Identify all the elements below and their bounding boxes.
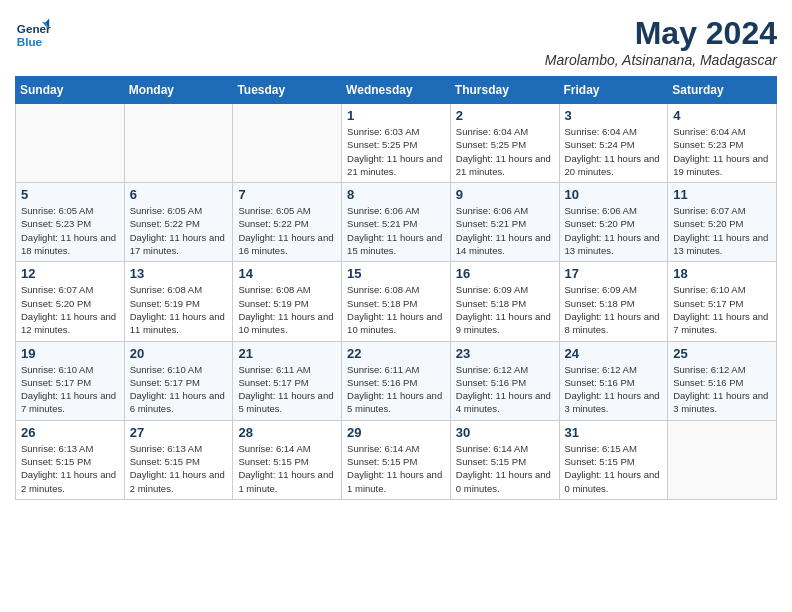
- day-info: Sunrise: 6:10 AM Sunset: 5:17 PM Dayligh…: [130, 363, 228, 416]
- sunset: Sunset: 5:20 PM: [21, 298, 91, 309]
- sunset: Sunset: 5:18 PM: [565, 298, 635, 309]
- sunset: Sunset: 5:15 PM: [21, 456, 91, 467]
- weekday-row: SundayMondayTuesdayWednesdayThursdayFrid…: [16, 77, 777, 104]
- day-number: 5: [21, 187, 119, 202]
- sunset: Sunset: 5:23 PM: [673, 139, 743, 150]
- weekday-header-wednesday: Wednesday: [342, 77, 451, 104]
- sunrise: Sunrise: 6:04 AM: [565, 126, 637, 137]
- weekday-header-saturday: Saturday: [668, 77, 777, 104]
- location: Marolambo, Atsinanana, Madagascar: [545, 52, 777, 68]
- calendar-week-3: 12 Sunrise: 6:07 AM Sunset: 5:20 PM Dayl…: [16, 262, 777, 341]
- calendar-week-4: 19 Sunrise: 6:10 AM Sunset: 5:17 PM Dayl…: [16, 341, 777, 420]
- sunset: Sunset: 5:16 PM: [565, 377, 635, 388]
- daylight: Daylight: 11 hours and 13 minutes.: [673, 232, 768, 256]
- day-number: 7: [238, 187, 336, 202]
- day-number: 31: [565, 425, 663, 440]
- sunrise: Sunrise: 6:11 AM: [238, 364, 310, 375]
- day-info: Sunrise: 6:04 AM Sunset: 5:25 PM Dayligh…: [456, 125, 554, 178]
- sunrise: Sunrise: 6:12 AM: [456, 364, 528, 375]
- weekday-header-tuesday: Tuesday: [233, 77, 342, 104]
- daylight: Daylight: 11 hours and 2 minutes.: [21, 469, 116, 493]
- calendar-cell: 17 Sunrise: 6:09 AM Sunset: 5:18 PM Dayl…: [559, 262, 668, 341]
- sunrise: Sunrise: 6:10 AM: [673, 284, 745, 295]
- daylight: Daylight: 11 hours and 7 minutes.: [673, 311, 768, 335]
- day-info: Sunrise: 6:12 AM Sunset: 5:16 PM Dayligh…: [673, 363, 771, 416]
- daylight: Daylight: 11 hours and 5 minutes.: [347, 390, 442, 414]
- sunset: Sunset: 5:17 PM: [238, 377, 308, 388]
- daylight: Daylight: 11 hours and 5 minutes.: [238, 390, 333, 414]
- daylight: Daylight: 11 hours and 17 minutes.: [130, 232, 225, 256]
- day-number: 14: [238, 266, 336, 281]
- weekday-header-monday: Monday: [124, 77, 233, 104]
- logo-icon: General Blue: [15, 15, 51, 51]
- calendar-cell: 6 Sunrise: 6:05 AM Sunset: 5:22 PM Dayli…: [124, 183, 233, 262]
- daylight: Daylight: 11 hours and 8 minutes.: [565, 311, 660, 335]
- day-info: Sunrise: 6:05 AM Sunset: 5:23 PM Dayligh…: [21, 204, 119, 257]
- day-info: Sunrise: 6:08 AM Sunset: 5:18 PM Dayligh…: [347, 283, 445, 336]
- day-number: 22: [347, 346, 445, 361]
- day-info: Sunrise: 6:10 AM Sunset: 5:17 PM Dayligh…: [673, 283, 771, 336]
- sunset: Sunset: 5:23 PM: [21, 218, 91, 229]
- calendar-cell: 3 Sunrise: 6:04 AM Sunset: 5:24 PM Dayli…: [559, 104, 668, 183]
- sunset: Sunset: 5:15 PM: [565, 456, 635, 467]
- calendar-cell: 15 Sunrise: 6:08 AM Sunset: 5:18 PM Dayl…: [342, 262, 451, 341]
- calendar-cell: 28 Sunrise: 6:14 AM Sunset: 5:15 PM Dayl…: [233, 420, 342, 499]
- day-number: 3: [565, 108, 663, 123]
- title-section: May 2024 Marolambo, Atsinanana, Madagasc…: [545, 15, 777, 68]
- day-number: 11: [673, 187, 771, 202]
- sunset: Sunset: 5:25 PM: [456, 139, 526, 150]
- day-number: 21: [238, 346, 336, 361]
- day-info: Sunrise: 6:12 AM Sunset: 5:16 PM Dayligh…: [456, 363, 554, 416]
- sunrise: Sunrise: 6:15 AM: [565, 443, 637, 454]
- calendar-cell: [668, 420, 777, 499]
- calendar-cell: 12 Sunrise: 6:07 AM Sunset: 5:20 PM Dayl…: [16, 262, 125, 341]
- daylight: Daylight: 11 hours and 3 minutes.: [565, 390, 660, 414]
- sunrise: Sunrise: 6:05 AM: [238, 205, 310, 216]
- sunrise: Sunrise: 6:07 AM: [21, 284, 93, 295]
- calendar-week-1: 1 Sunrise: 6:03 AM Sunset: 5:25 PM Dayli…: [16, 104, 777, 183]
- calendar-cell: 30 Sunrise: 6:14 AM Sunset: 5:15 PM Dayl…: [450, 420, 559, 499]
- day-info: Sunrise: 6:14 AM Sunset: 5:15 PM Dayligh…: [347, 442, 445, 495]
- daylight: Daylight: 11 hours and 2 minutes.: [130, 469, 225, 493]
- day-number: 17: [565, 266, 663, 281]
- calendar-cell: 26 Sunrise: 6:13 AM Sunset: 5:15 PM Dayl…: [16, 420, 125, 499]
- day-number: 6: [130, 187, 228, 202]
- sunset: Sunset: 5:21 PM: [347, 218, 417, 229]
- day-info: Sunrise: 6:05 AM Sunset: 5:22 PM Dayligh…: [238, 204, 336, 257]
- sunset: Sunset: 5:16 PM: [673, 377, 743, 388]
- sunrise: Sunrise: 6:04 AM: [673, 126, 745, 137]
- logo: General Blue: [15, 15, 51, 51]
- sunset: Sunset: 5:20 PM: [565, 218, 635, 229]
- sunrise: Sunrise: 6:07 AM: [673, 205, 745, 216]
- daylight: Daylight: 11 hours and 0 minutes.: [565, 469, 660, 493]
- daylight: Daylight: 11 hours and 4 minutes.: [456, 390, 551, 414]
- day-info: Sunrise: 6:06 AM Sunset: 5:20 PM Dayligh…: [565, 204, 663, 257]
- calendar-cell: [233, 104, 342, 183]
- calendar-cell: [16, 104, 125, 183]
- day-number: 4: [673, 108, 771, 123]
- sunset: Sunset: 5:19 PM: [130, 298, 200, 309]
- day-info: Sunrise: 6:09 AM Sunset: 5:18 PM Dayligh…: [565, 283, 663, 336]
- day-number: 8: [347, 187, 445, 202]
- day-number: 29: [347, 425, 445, 440]
- day-info: Sunrise: 6:12 AM Sunset: 5:16 PM Dayligh…: [565, 363, 663, 416]
- calendar-cell: [124, 104, 233, 183]
- svg-text:Blue: Blue: [17, 35, 43, 48]
- sunrise: Sunrise: 6:09 AM: [565, 284, 637, 295]
- sunrise: Sunrise: 6:14 AM: [347, 443, 419, 454]
- sunset: Sunset: 5:15 PM: [347, 456, 417, 467]
- sunrise: Sunrise: 6:08 AM: [347, 284, 419, 295]
- daylight: Daylight: 11 hours and 1 minute.: [347, 469, 442, 493]
- day-info: Sunrise: 6:09 AM Sunset: 5:18 PM Dayligh…: [456, 283, 554, 336]
- daylight: Daylight: 11 hours and 11 minutes.: [130, 311, 225, 335]
- daylight: Daylight: 11 hours and 10 minutes.: [347, 311, 442, 335]
- sunrise: Sunrise: 6:14 AM: [456, 443, 528, 454]
- sunrise: Sunrise: 6:08 AM: [238, 284, 310, 295]
- calendar-cell: 18 Sunrise: 6:10 AM Sunset: 5:17 PM Dayl…: [668, 262, 777, 341]
- calendar-cell: 1 Sunrise: 6:03 AM Sunset: 5:25 PM Dayli…: [342, 104, 451, 183]
- calendar-cell: 14 Sunrise: 6:08 AM Sunset: 5:19 PM Dayl…: [233, 262, 342, 341]
- daylight: Daylight: 11 hours and 9 minutes.: [456, 311, 551, 335]
- sunrise: Sunrise: 6:05 AM: [130, 205, 202, 216]
- daylight: Daylight: 11 hours and 19 minutes.: [673, 153, 768, 177]
- calendar-cell: 4 Sunrise: 6:04 AM Sunset: 5:23 PM Dayli…: [668, 104, 777, 183]
